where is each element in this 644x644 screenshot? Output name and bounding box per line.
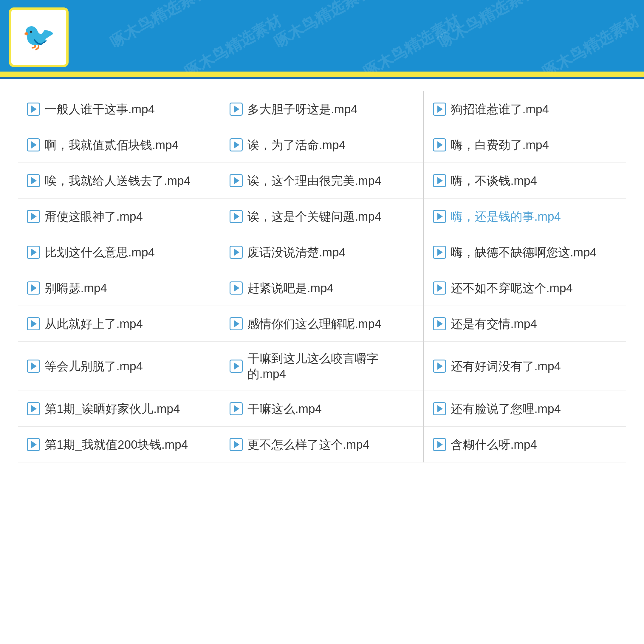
play-icon [230, 281, 243, 295]
logo: 🐦 [9, 7, 69, 67]
play-icon [27, 174, 40, 187]
file-name: 还不如不穿呢这个.mp4 [451, 280, 617, 296]
play-icon [230, 210, 243, 223]
play-icon [230, 103, 243, 116]
file-name: 干嘛到这儿这么咬言嚼字的.mp4 [247, 351, 414, 382]
play-icon [27, 281, 40, 295]
play-icon [433, 210, 446, 223]
play-icon [230, 438, 243, 451]
play-icon [27, 402, 40, 415]
file-name: 更不怎么样了这个.mp4 [247, 437, 414, 452]
file-item[interactable]: 嗨，缺德不缺德啊您这.mp4 [423, 234, 626, 270]
play-icon [27, 360, 40, 373]
file-item[interactable]: 嗨，不谈钱.mp4 [423, 163, 626, 199]
play-icon [433, 174, 446, 187]
file-item[interactable]: 等会儿别脱了.mp4 [18, 342, 221, 391]
play-icon [433, 103, 446, 116]
file-item[interactable]: 嗨，还是钱的事.mp4 [423, 199, 626, 234]
file-item[interactable]: 第1期_我就值200块钱.mp4 [18, 427, 221, 462]
logo-bird-icon: 🐦 [22, 23, 55, 50]
file-name: 嗨，还是钱的事.mp4 [451, 209, 617, 224]
file-name: 多大胆子呀这是.mp4 [247, 101, 414, 117]
file-name: 感情你们这么理解呢.mp4 [247, 316, 414, 332]
play-icon [230, 402, 243, 415]
file-name: 嗨，白费劲了.mp4 [451, 137, 617, 153]
file-item[interactable]: 唉，我就给人送钱去了.mp4 [18, 163, 221, 199]
play-icon [27, 246, 40, 259]
play-icon [27, 438, 40, 451]
file-name: 还是有交情.mp4 [451, 316, 617, 332]
play-icon [230, 138, 243, 151]
blue-separator [0, 77, 644, 79]
play-icon [230, 317, 243, 330]
file-item[interactable]: 还有脸说了您哩.mp4 [423, 391, 626, 427]
play-icon [27, 210, 40, 223]
file-item[interactable]: 比划这什么意思.mp4 [18, 234, 221, 270]
yellow-separator [0, 72, 644, 77]
file-item[interactable]: 从此就好上了.mp4 [18, 306, 221, 342]
file-name: 别嘚瑟.mp4 [45, 280, 212, 296]
file-name: 还有好词没有了.mp4 [451, 358, 617, 374]
file-name: 比划这什么意思.mp4 [45, 244, 212, 260]
file-name: 第1期_我就值200块钱.mp4 [45, 437, 212, 452]
play-icon [27, 138, 40, 151]
file-item[interactable]: 赶紧说吧是.mp4 [221, 270, 423, 306]
play-icon [433, 360, 446, 373]
file-item[interactable]: 多大胆子呀这是.mp4 [221, 91, 423, 127]
file-item[interactable]: 诶，这个理由很完美.mp4 [221, 163, 423, 199]
file-item[interactable]: 啊，我就值贰佰块钱.mp4 [18, 127, 221, 163]
play-icon [433, 138, 446, 151]
file-name: 唉，我就给人送钱去了.mp4 [45, 173, 212, 188]
file-item[interactable]: 还有好词没有了.mp4 [423, 342, 626, 391]
file-item[interactable]: 还不如不穿呢这个.mp4 [423, 270, 626, 306]
play-icon [27, 103, 40, 116]
file-item[interactable]: 狗招谁惹谁了.mp4 [423, 91, 626, 127]
file-name: 赶紧说吧是.mp4 [247, 280, 414, 296]
file-name: 第1期_诶晒好家伙儿.mp4 [45, 401, 212, 417]
file-item[interactable]: 嗨，白费劲了.mp4 [423, 127, 626, 163]
file-name: 狗招谁惹谁了.mp4 [451, 101, 617, 117]
file-item[interactable]: 诶，为了活命.mp4 [221, 127, 423, 163]
play-icon [433, 281, 446, 295]
play-icon [230, 360, 243, 373]
file-item[interactable]: 还是有交情.mp4 [423, 306, 626, 342]
file-name: 啊，我就值贰佰块钱.mp4 [45, 137, 212, 153]
file-item[interactable]: 诶，这是个关键问题.mp4 [221, 199, 423, 234]
play-icon [230, 246, 243, 259]
header: 🐦 [0, 0, 644, 72]
file-name: 一般人谁干这事.mp4 [45, 101, 212, 117]
file-name: 诶，这是个关键问题.mp4 [247, 209, 414, 224]
file-item[interactable]: 别嘚瑟.mp4 [18, 270, 221, 306]
file-item[interactable]: 干嘛到这儿这么咬言嚼字的.mp4 [221, 342, 423, 391]
file-name: 诶，这个理由很完美.mp4 [247, 173, 414, 188]
file-name: 废话没说清楚.mp4 [247, 244, 414, 260]
play-icon [433, 246, 446, 259]
file-item[interactable]: 感情你们这么理解呢.mp4 [221, 306, 423, 342]
file-grid: 一般人谁干这事.mp4多大胆子呀这是.mp4狗招谁惹谁了.mp4啊，我就值贰佰块… [18, 91, 626, 462]
file-item[interactable]: 干嘛这么.mp4 [221, 391, 423, 427]
file-item[interactable]: 废话没说清楚.mp4 [221, 234, 423, 270]
play-icon [433, 317, 446, 330]
file-item[interactable]: 含糊什么呀.mp4 [423, 427, 626, 462]
play-icon [433, 438, 446, 451]
file-name: 还有脸说了您哩.mp4 [451, 401, 617, 417]
file-item[interactable]: 甭使这眼神了.mp4 [18, 199, 221, 234]
file-item[interactable]: 第1期_诶晒好家伙儿.mp4 [18, 391, 221, 427]
file-name: 甭使这眼神了.mp4 [45, 209, 212, 224]
file-name: 从此就好上了.mp4 [45, 316, 212, 332]
file-name: 嗨，不谈钱.mp4 [451, 173, 617, 188]
play-icon [230, 174, 243, 187]
play-icon [433, 402, 446, 415]
file-name: 诶，为了活命.mp4 [247, 137, 414, 153]
play-icon [27, 317, 40, 330]
file-item[interactable]: 更不怎么样了这个.mp4 [221, 427, 423, 462]
content-area: 一般人谁干这事.mp4多大胆子呀这是.mp4狗招谁惹谁了.mp4啊，我就值贰佰块… [0, 79, 644, 644]
file-name: 等会儿别脱了.mp4 [45, 358, 212, 374]
file-name: 嗨，缺德不缺德啊您这.mp4 [451, 244, 617, 260]
file-name: 含糊什么呀.mp4 [451, 437, 617, 452]
file-item[interactable]: 一般人谁干这事.mp4 [18, 91, 221, 127]
file-name: 干嘛这么.mp4 [247, 401, 414, 417]
